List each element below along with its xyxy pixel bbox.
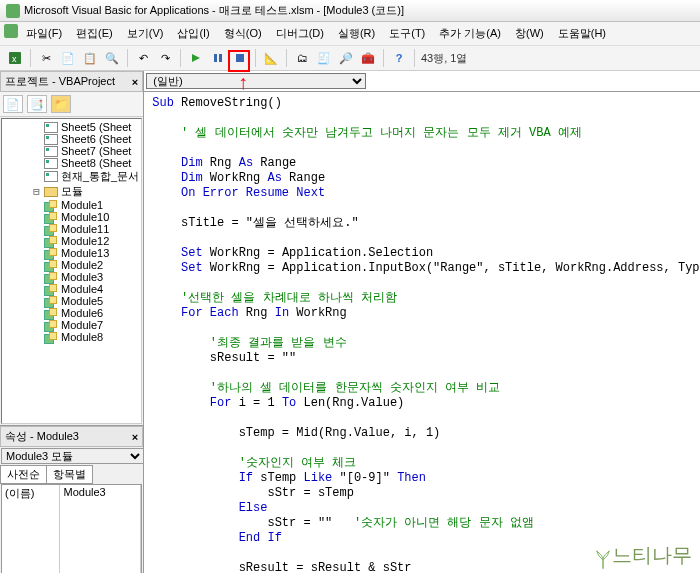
tree-module-item[interactable]: Module1 <box>4 199 141 211</box>
tree-label: Module13 <box>61 247 109 259</box>
close-icon[interactable]: × <box>132 431 138 443</box>
tree-label: Module1 <box>61 199 103 211</box>
tab-alphabetic[interactable]: 사전순 <box>0 465 47 484</box>
menu-help[interactable]: 도움말(H) <box>552 24 612 43</box>
sheet-icon <box>44 171 58 182</box>
sheet-icon <box>44 158 58 169</box>
tree-module-item[interactable]: Module2 <box>4 259 141 271</box>
properties-title: 속성 - Module3 <box>5 429 79 444</box>
module-icon <box>44 320 58 331</box>
view-code-icon[interactable]: 📄 <box>3 95 23 113</box>
break-icon[interactable] <box>209 49 227 67</box>
title-bar: Microsoft Visual Basic for Applications … <box>0 0 700 22</box>
tree-sheet-item[interactable]: Sheet7 (Sheet <box>4 145 141 157</box>
project-pane-label: 프로젝트 - VBAProject <box>5 74 115 89</box>
tree-module-item[interactable]: Module5 <box>4 295 141 307</box>
redo-icon[interactable]: ↷ <box>156 49 174 67</box>
menu-view[interactable]: 보기(V) <box>121 24 170 43</box>
module-icon <box>44 248 58 259</box>
collapse-icon[interactable]: ⊟ <box>32 185 41 198</box>
svg-rect-3 <box>214 54 217 62</box>
tree-module-item[interactable]: Module8 <box>4 331 141 343</box>
copy-icon[interactable]: 📄 <box>59 49 77 67</box>
prop-value-cell[interactable]: Module3 <box>60 485 141 573</box>
tree-label: Sheet5 (Sheet <box>61 121 131 133</box>
menu-debug[interactable]: 디버그(D) <box>270 24 330 43</box>
svg-rect-4 <box>219 54 222 62</box>
sheet-icon <box>44 122 58 133</box>
properties-object-select[interactable]: Module3 모듈 <box>1 448 144 464</box>
separator <box>414 49 415 67</box>
menu-run[interactable]: 실행(R) <box>332 24 381 43</box>
separator <box>286 49 287 67</box>
tree-sheet-item[interactable]: Sheet8 (Sheet <box>4 157 141 169</box>
tree-label: Module4 <box>61 283 103 295</box>
project-pane-toolbar: 📄 📑 📁 <box>0 92 143 117</box>
tree-module-item[interactable]: Module3 <box>4 271 141 283</box>
undo-icon[interactable]: ↶ <box>134 49 152 67</box>
object-dropdown[interactable]: (일반) <box>146 73 366 89</box>
module-icon <box>44 296 58 307</box>
code-editor[interactable]: Sub RemoveString() ' 셀 데이터에서 숫자만 남겨두고 나머… <box>144 92 700 573</box>
tree-thisworkbook-item[interactable]: 현재_통합_문서 <box>4 169 141 184</box>
project-tree[interactable]: Sheet5 (Sheet Sheet6 (Sheet Sheet7 (Shee… <box>1 118 142 424</box>
menu-tools[interactable]: 도구(T) <box>383 24 431 43</box>
menu-file[interactable]: 파일(F) <box>20 24 68 43</box>
tree-icon <box>594 547 612 569</box>
tree-label: Module12 <box>61 235 109 247</box>
toggle-folders-icon[interactable]: 📁 <box>51 95 71 113</box>
tree-module-item[interactable]: Module11 <box>4 223 141 235</box>
tree-label: Module10 <box>61 211 109 223</box>
module-icon <box>44 260 58 271</box>
toolbar: x ✂ 📄 📋 🔍 ↶ ↷ 📐 🗂 🧾 🔎 🧰 ? 43행, 1열 <box>0 46 700 71</box>
sheet-icon <box>44 134 58 145</box>
tree-sheet-item[interactable]: Sheet6 (Sheet <box>4 133 141 145</box>
help-icon[interactable]: ? <box>390 49 408 67</box>
properties-pane: 속성 - Module3 × Module3 모듈 사전순 항목별 (이름) M… <box>0 425 143 573</box>
svg-text:x: x <box>12 54 17 64</box>
cut-icon[interactable]: ✂ <box>37 49 55 67</box>
tree-label: Sheet7 (Sheet <box>61 145 131 157</box>
menu-addins[interactable]: 추가 기능(A) <box>433 24 507 43</box>
view-object-icon[interactable]: 📑 <box>27 95 47 113</box>
tree-module-item[interactable]: Module6 <box>4 307 141 319</box>
separator <box>383 49 384 67</box>
menu-insert[interactable]: 삽입(I) <box>171 24 215 43</box>
tab-categorized[interactable]: 항목별 <box>47 465 93 484</box>
object-browser-icon[interactable]: 🔎 <box>337 49 355 67</box>
run-icon[interactable] <box>187 49 205 67</box>
menu-window[interactable]: 창(W) <box>509 24 550 43</box>
tree-sheet-item[interactable]: Sheet5 (Sheet <box>4 121 141 133</box>
prop-name-cell: (이름) <box>2 485 60 573</box>
tree-label: 모듈 <box>61 184 83 199</box>
tree-label: Sheet6 (Sheet <box>61 133 131 145</box>
properties-grid[interactable]: (이름) Module3 <box>1 484 142 573</box>
menu-format[interactable]: 형식(O) <box>218 24 268 43</box>
tree-modules-folder[interactable]: ⊟모듈 <box>4 184 141 199</box>
tree-module-item[interactable]: Module13 <box>4 247 141 259</box>
module-icon <box>44 236 58 247</box>
separator <box>30 49 31 67</box>
sheet-icon <box>44 146 58 157</box>
tree-module-item[interactable]: Module10 <box>4 211 141 223</box>
project-explorer-icon[interactable]: 🗂 <box>293 49 311 67</box>
cursor-position: 43행, 1열 <box>421 51 467 66</box>
tree-label: Module5 <box>61 295 103 307</box>
reset-icon[interactable] <box>231 49 249 67</box>
tree-module-item[interactable]: Module7 <box>4 319 141 331</box>
svg-marker-2 <box>192 54 200 62</box>
properties-icon[interactable]: 🧾 <box>315 49 333 67</box>
tree-label: Module2 <box>61 259 103 271</box>
find-icon[interactable]: 🔍 <box>103 49 121 67</box>
view-excel-icon[interactable]: x <box>6 49 24 67</box>
separator <box>255 49 256 67</box>
toolbox-icon[interactable]: 🧰 <box>359 49 377 67</box>
design-mode-icon[interactable]: 📐 <box>262 49 280 67</box>
tree-module-item[interactable]: Module4 <box>4 283 141 295</box>
tree-label: Module8 <box>61 331 103 343</box>
menu-edit[interactable]: 편집(E) <box>70 24 119 43</box>
close-icon[interactable]: × <box>132 76 138 88</box>
tree-module-item[interactable]: Module12 <box>4 235 141 247</box>
window-title: Microsoft Visual Basic for Applications … <box>24 3 404 18</box>
paste-icon[interactable]: 📋 <box>81 49 99 67</box>
